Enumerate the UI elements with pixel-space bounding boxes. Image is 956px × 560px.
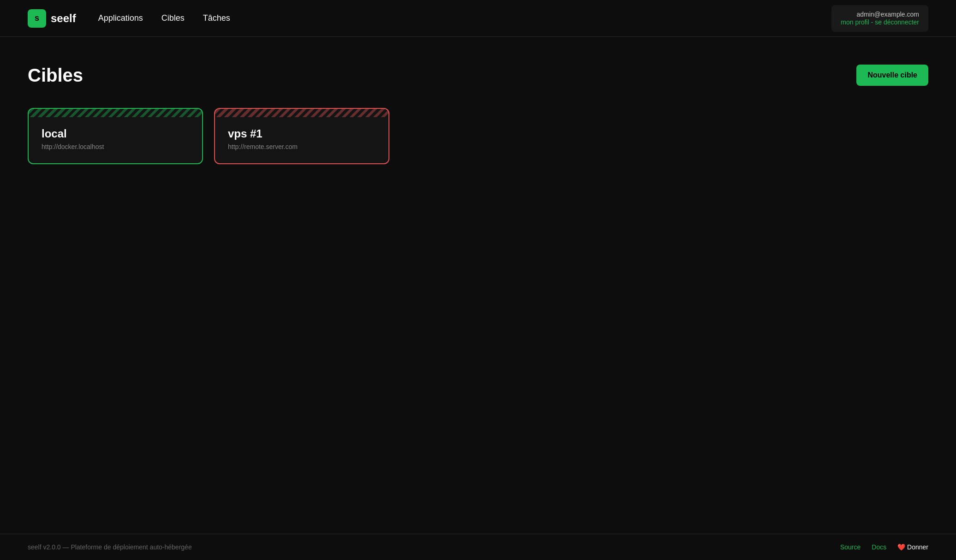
card-name-local: local (42, 127, 189, 140)
donate-label: Donner (907, 543, 928, 551)
cible-card-vps1[interactable]: vps #1 http://remote.server.com (214, 108, 389, 164)
footer-source-link[interactable]: Source (840, 543, 860, 551)
cible-card-local[interactable]: local http://docker.localhost (28, 108, 203, 164)
new-cible-button[interactable]: Nouvelle cible (856, 65, 928, 86)
page-header: Cibles Nouvelle cible (28, 65, 928, 86)
user-menu: admin@example.com mon profil - se déconn… (831, 5, 928, 32)
page-title: Cibles (28, 65, 83, 86)
logo-container[interactable]: s seelf (28, 9, 76, 28)
footer-docs-link[interactable]: Docs (872, 543, 886, 551)
logo-text: seelf (51, 12, 76, 25)
card-url-vps1: http://remote.server.com (228, 143, 376, 150)
nav-item-applications[interactable]: Applications (98, 12, 143, 25)
cards-grid: local http://docker.localhost vps #1 htt… (28, 108, 928, 164)
user-actions-link[interactable]: mon profil - se déconnecter (841, 18, 919, 26)
footer-links: Source Docs ❤️ Donner (840, 543, 928, 551)
user-email: admin@example.com (841, 11, 919, 18)
header-left: s seelf Applications Cibles Tâches (28, 9, 230, 28)
card-url-local: http://docker.localhost (42, 143, 189, 150)
footer: seelf v2.0.0 — Plateforme de déploiement… (0, 534, 956, 560)
footer-donate-link[interactable]: ❤️ Donner (897, 543, 928, 551)
footer-version: seelf v2.0.0 — Plateforme de déploiement… (28, 543, 192, 551)
card-name-vps1: vps #1 (228, 127, 376, 140)
logo-icon: s (28, 9, 46, 28)
main-nav: Applications Cibles Tâches (98, 12, 230, 25)
header: s seelf Applications Cibles Tâches admin… (0, 0, 956, 37)
logo-letter: s (35, 13, 39, 23)
nav-item-cibles[interactable]: Cibles (161, 12, 185, 25)
heart-icon: ❤️ (897, 543, 905, 551)
nav-item-taches[interactable]: Tâches (203, 12, 230, 25)
main-content: Cibles Nouvelle cible local http://docke… (0, 37, 956, 534)
